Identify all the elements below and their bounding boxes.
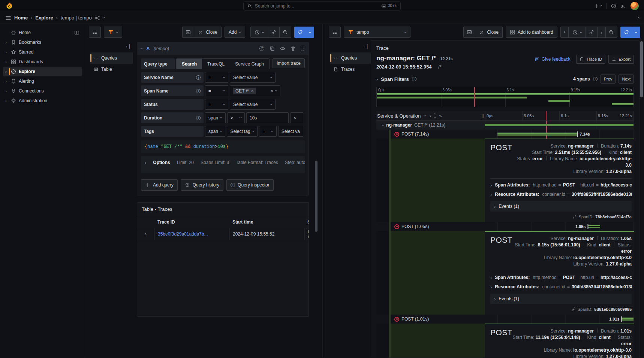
collapse-children-icon[interactable]: › [381, 124, 386, 126]
expand-filters-icon[interactable]: › [376, 77, 378, 82]
nav-item-traces[interactable]: Traces [330, 64, 371, 75]
tab-search[interactable]: Search [177, 59, 202, 69]
sidebar-item-bookmarks[interactable]: › Bookmarks [3, 37, 82, 47]
link-icon[interactable] [571, 307, 576, 312]
search-input[interactable] [255, 3, 379, 9]
nav-item-queries[interactable]: Queries [90, 52, 133, 64]
expand-icon[interactable]: › [494, 204, 496, 209]
add-query-button[interactable]: Add query [141, 179, 178, 191]
expand-icon[interactable]: › [4, 69, 8, 74]
outline-button[interactable] [89, 27, 101, 38]
duration-value-input[interactable]: 10s [246, 112, 289, 123]
refresh-interval-button[interactable]: › [306, 27, 314, 38]
add-button[interactable]: Add › [225, 27, 245, 38]
expand-row-icon[interactable]: › [137, 231, 154, 236]
export-button[interactable]: Export [608, 55, 634, 64]
share-icon[interactable] [95, 15, 100, 21]
events-row[interactable]: › Events (1) [490, 201, 632, 212]
collapse-all-icon[interactable]: › [423, 115, 428, 116]
refresh-button[interactable] [620, 27, 632, 38]
right-scrollbar[interactable] [640, 41, 643, 97]
resource-attributes-row[interactable]: › Resource Attributes: container.id=304f… [490, 192, 632, 197]
outline-button[interactable] [329, 27, 341, 38]
col-service[interactable]: Service [304, 216, 309, 228]
span-row[interactable]: POST (1.05s) 1.05s [376, 222, 634, 231]
query-inspector-button[interactable]: i Query inspector [226, 179, 274, 191]
time-picker-button[interactable]: › [569, 27, 586, 38]
query-help-icon[interactable]: ? [259, 46, 264, 51]
nav-item-queries[interactable]: Queries [330, 52, 371, 64]
zoom-out-button[interactable] [606, 27, 617, 38]
new-button[interactable]: › [594, 3, 602, 9]
import-trace-button[interactable]: Import trace [273, 58, 305, 68]
user-avatar[interactable] [631, 2, 639, 10]
span-bar[interactable] [497, 133, 577, 136]
events-row[interactable]: › Events (1) [490, 294, 632, 304]
move-pane-button[interactable] [182, 27, 194, 38]
expand-one-icon[interactable]: › [430, 113, 431, 118]
service-name-value[interactable]: Select value› [230, 72, 276, 83]
nav-item-table[interactable]: Table [90, 64, 133, 75]
prev-span-button[interactable]: Prev [601, 75, 616, 84]
close-pane-button[interactable]: Close [194, 27, 222, 38]
duration-scope[interactable]: span› [205, 112, 226, 123]
sidebar-item-connections[interactable]: › Connections [3, 86, 82, 96]
span-row[interactable]: POST (7.14s) 7.14s [376, 130, 634, 139]
expand-icon[interactable]: › [490, 275, 492, 280]
span-name-chip[interactable]: GET /*× [233, 88, 256, 94]
eye-icon[interactable] [280, 46, 285, 51]
close-pane-button[interactable]: Close [475, 27, 503, 38]
collapse-nav-icon[interactable]: ←| [90, 42, 133, 52]
sidebar-item-alerting[interactable]: › Alerting [3, 76, 82, 86]
trash-icon[interactable] [291, 46, 296, 51]
breadcrumb-home[interactable]: Home [14, 15, 28, 21]
span-attributes-row[interactable]: › Span Attributes: http.method=POSThttp.… [490, 275, 632, 280]
expand-icon[interactable]: › [490, 183, 492, 188]
resource-attributes-row[interactable]: › Resource Attributes: container.id=304f… [490, 284, 632, 289]
expand-icon[interactable]: › [494, 297, 496, 301]
tab-service-graph[interactable]: Service Graph [230, 59, 269, 69]
tab-traceql[interactable]: TraceQL [202, 59, 230, 69]
time-picker-button[interactable]: › [250, 27, 268, 38]
span-bar[interactable] [485, 124, 634, 126]
tags-value-select[interactable]: Select va [278, 126, 303, 137]
breadcrumb-explore[interactable]: Explore [35, 15, 53, 21]
service-name-operator[interactable]: =› [205, 72, 228, 83]
tags-key-select[interactable]: Select tag› [227, 126, 258, 137]
remove-chip-icon[interactable]: × [251, 88, 254, 94]
duplicate-icon[interactable] [270, 46, 275, 51]
span-bar[interactable] [588, 225, 600, 228]
expand-icon[interactable]: › [4, 40, 8, 45]
query-history-button[interactable]: Query history [181, 179, 223, 191]
span-attributes-row[interactable]: › Span Attributes: http.method=POSThttp.… [490, 182, 632, 188]
column-resize-handle[interactable]: || [482, 114, 485, 118]
drag-handle-icon[interactable] [301, 46, 305, 51]
sidebar-item-dashboards[interactable]: › Dashboards [3, 57, 82, 67]
datasource-picker[interactable]: tempo › [344, 27, 410, 38]
span-bar[interactable] [622, 318, 634, 321]
sidebar-item-starred[interactable]: › Starred [3, 47, 82, 57]
expand-icon[interactable]: › [4, 98, 8, 103]
refresh-button[interactable] [294, 27, 306, 38]
pane-divider[interactable] [322, 24, 325, 358]
next-span-button[interactable]: Next [619, 75, 634, 84]
span-name-value[interactable]: GET /*× ×› [230, 85, 280, 96]
tags-operator[interactable]: =› [259, 126, 277, 137]
trace-id-link[interactable]: 35be0f3d29a01adda7b... [158, 231, 208, 237]
sync-times-button[interactable] [586, 27, 598, 38]
tags-scope[interactable]: span› [205, 126, 225, 137]
give-feedback-link[interactable]: Give feedback [535, 57, 571, 62]
dock-sidebar-icon[interactable] [74, 30, 79, 35]
grafana-logo[interactable] [5, 2, 13, 10]
add-to-dashboard-button[interactable]: Add to dashboard [506, 27, 557, 38]
query-header[interactable]: › A (tempo) ? [137, 42, 309, 55]
news-icon[interactable] [621, 3, 626, 9]
sidebar-item-explore[interactable]: › Explore [3, 67, 82, 76]
help-icon[interactable] [611, 3, 616, 9]
collapse-nav-icon[interactable]: ←| [330, 42, 371, 52]
expand-icon[interactable]: › [4, 60, 8, 64]
zoom-out-button[interactable] [280, 27, 291, 38]
refresh-interval-button[interactable]: › [632, 27, 640, 38]
chevron-down-icon[interactable]: › [101, 17, 106, 18]
shift-time-back-button[interactable]: › [560, 27, 569, 38]
